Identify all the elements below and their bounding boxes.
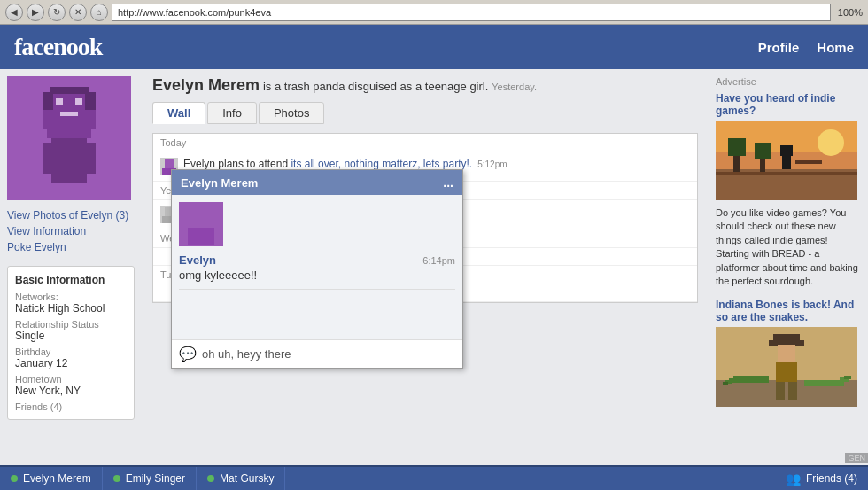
taskbar-name-evelyn: Evelyn Merem (23, 472, 91, 485)
home-nav-link[interactable]: Home (817, 40, 854, 55)
svg-rect-19 (190, 205, 213, 228)
chat-title: Evelyn Merem (181, 176, 258, 190)
chat-message-text: omg kyleeeee!! (179, 268, 455, 282)
chat-message-row: Evelyn 6:14pm (179, 253, 455, 267)
fb-nav: Profile Home (758, 40, 854, 55)
svg-rect-5 (47, 125, 91, 138)
ad-image-2 (716, 327, 857, 407)
profile-timestamp: Yesterday. (492, 82, 537, 92)
profile-picture (7, 76, 131, 200)
taskbar: Evelyn Merem Emily Singer Mat Gursky 👥 F… (0, 465, 868, 490)
profile-header: Evelyn Merem is a trash panda disguised … (152, 76, 698, 95)
tab-photos[interactable]: Photos (259, 102, 324, 124)
zoom-level: 100% (838, 7, 863, 18)
refresh-button[interactable]: ↻ (48, 4, 66, 21)
svg-rect-30 (755, 143, 771, 159)
chat-time: 6:14pm (422, 255, 455, 266)
forward-button[interactable]: ▶ (27, 4, 44, 21)
basic-info-title: Basic Information (15, 274, 127, 286)
online-indicator-evelyn (11, 475, 18, 482)
network-value: Natick High School (15, 302, 127, 315)
taskbar-name-emily: Emily Singer (126, 472, 185, 485)
fb-header: facenook Profile Home (0, 25, 868, 69)
svg-rect-21 (211, 211, 218, 224)
fb-logo: facenook (14, 33, 102, 61)
svg-rect-13 (75, 98, 82, 105)
feed-event-link[interactable]: its all over, nothing matterz, lets part… (291, 158, 472, 170)
svg-rect-43 (733, 376, 769, 383)
taskbar-item-mat[interactable]: Mat Gursky (197, 467, 285, 490)
ad-title-1: Have you heard of indie games? (716, 92, 861, 117)
svg-rect-6 (51, 138, 87, 183)
tab-info[interactable]: Info (207, 102, 257, 124)
main-container: View Photos of Evelyn (3) View Informati… (0, 69, 868, 465)
svg-rect-41 (776, 382, 785, 400)
chat-close-button[interactable]: ... (443, 175, 453, 190)
today-label: Today (153, 134, 697, 152)
hometown-value: New York, NY (15, 385, 127, 397)
svg-rect-46 (723, 382, 728, 385)
birthday-value: January 12 (15, 357, 127, 369)
browser-chrome: ◀ ▶ ↻ ✕ ⌂ 100% (0, 0, 868, 25)
svg-rect-28 (728, 138, 746, 156)
home-button[interactable]: ⌂ (90, 4, 108, 21)
svg-point-26 (818, 129, 844, 156)
svg-rect-11 (85, 92, 96, 110)
ad-image-1 (716, 121, 857, 200)
svg-rect-47 (804, 380, 844, 386)
left-sidebar: View Photos of Evelyn (3) View Informati… (0, 69, 142, 465)
chat-sender: Evelyn (179, 253, 216, 267)
taskbar-name-mat: Mat Gursky (220, 472, 274, 485)
svg-rect-10 (43, 92, 53, 110)
friends-count: Friends (4) (806, 472, 857, 485)
chat-body: Evelyn 6:14pm omg kyleeeee!! (172, 195, 462, 339)
svg-rect-33 (716, 172, 857, 175)
profile-status: is a trash panda disguised as a teenage … (263, 80, 488, 93)
chat-emoji-icon: 💬 (179, 346, 197, 362)
svg-rect-14 (60, 112, 78, 116)
svg-rect-42 (788, 382, 797, 400)
svg-rect-15 (165, 159, 174, 168)
taskbar-friends[interactable]: 👥 Friends (4) (775, 471, 868, 486)
feed-text-1: Evelyn plans to attend its all over, not… (183, 158, 690, 170)
svg-rect-34 (795, 160, 822, 164)
svg-rect-38 (773, 334, 800, 345)
chat-input[interactable]: oh uh, heyy there (202, 347, 455, 361)
ad-title-2: Indiana Bones is back! And so are the sn… (716, 299, 861, 323)
hometown-label: Hometown (15, 374, 127, 385)
basic-info-box: Basic Information Networks: Natick High … (7, 266, 135, 420)
svg-rect-40 (776, 362, 797, 382)
ad-text-1: Do you like video games? You should chec… (716, 206, 861, 288)
back-button[interactable]: ◀ (5, 4, 23, 21)
main-content: Evelyn Merem is a trash panda disguised … (142, 69, 709, 465)
profile-tabs: Wall Info Photos (152, 102, 698, 124)
stop-button[interactable]: ✕ (69, 4, 87, 21)
svg-rect-20 (184, 211, 191, 224)
feed-time-1: 5:12pm (477, 159, 507, 169)
profile-name: Evelyn Merem (152, 76, 260, 94)
view-info-link[interactable]: View Information (7, 223, 135, 239)
svg-rect-7 (43, 143, 56, 174)
svg-rect-32 (780, 145, 793, 156)
poke-link[interactable]: Poke Evelyn (7, 239, 135, 255)
taskbar-item-emily[interactable]: Emily Singer (103, 467, 197, 490)
svg-rect-8 (82, 143, 96, 174)
svg-rect-39 (778, 345, 795, 362)
ad-block-2: Indiana Bones is back! And so are the sn… (716, 299, 861, 413)
address-bar[interactable] (112, 4, 831, 21)
online-indicator-emily (113, 475, 120, 482)
taskbar-item-evelyn[interactable]: Evelyn Merem (0, 467, 103, 490)
view-photos-link[interactable]: View Photos of Evelyn (3) (7, 207, 135, 223)
svg-rect-22 (188, 228, 214, 245)
svg-rect-9 (50, 87, 89, 94)
profile-nav-link[interactable]: Profile (758, 40, 800, 55)
svg-rect-49 (844, 376, 851, 379)
chat-divider (179, 289, 455, 290)
advertise-label: Advertise (716, 76, 861, 87)
feed: Today Evelyn plans to attend its all ove… (152, 133, 698, 303)
sidebar-links: View Photos of Evelyn (3) View Informati… (7, 207, 135, 255)
relationship-value: Single (15, 330, 127, 342)
friends-icon: 👥 (786, 471, 801, 486)
friends-label: Friends (4) (15, 401, 127, 412)
tab-wall[interactable]: Wall (152, 102, 205, 124)
